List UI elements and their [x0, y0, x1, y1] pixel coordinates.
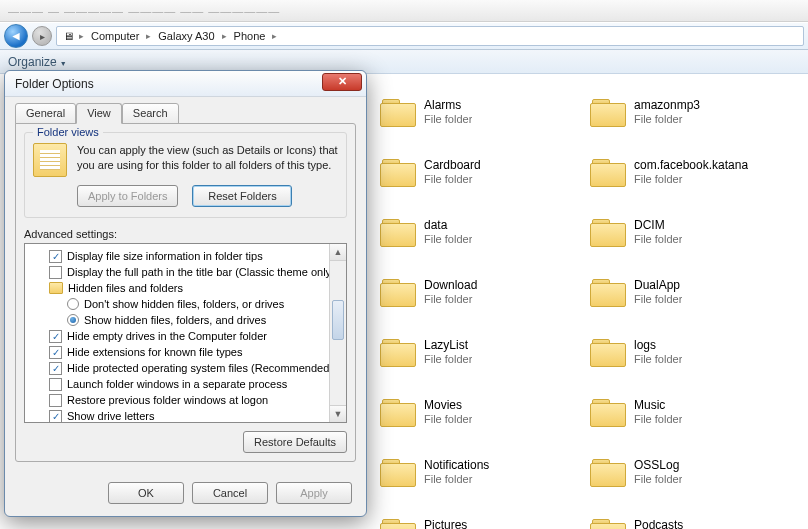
tab-search[interactable]: Search [122, 103, 179, 124]
folder-type: File folder [424, 173, 481, 187]
advanced-settings-tree[interactable]: ✓Display file size information in folder… [24, 243, 347, 423]
tab-general[interactable]: General [15, 103, 76, 124]
dialog-titlebar[interactable]: Folder Options ✕ [5, 71, 366, 97]
tree-item[interactable]: Don't show hidden files, folders, or dri… [67, 296, 344, 312]
folder-item[interactable]: AlarmsFile folder [380, 94, 580, 130]
checkbox-icon[interactable] [49, 394, 62, 407]
breadcrumb-item[interactable]: Phone [232, 30, 268, 42]
tree-item-label: Hide extensions for known file types [67, 346, 242, 358]
address-bar: ◄ ▸ 🖥 ▸ Computer ▸ Galaxy A30 ▸ Phone ▸ [0, 22, 808, 50]
folder-type: File folder [424, 473, 489, 487]
tree-item[interactable]: ✓Display file size information in folder… [49, 248, 344, 264]
close-button[interactable]: ✕ [322, 73, 362, 91]
folder-item[interactable]: amazonmp3File folder [590, 94, 790, 130]
tree-item[interactable]: Launch folder windows in a separate proc… [49, 376, 344, 392]
nav-forward-button[interactable]: ▸ [32, 26, 52, 46]
checkbox-icon[interactable] [49, 378, 62, 391]
breadcrumb-item[interactable]: Galaxy A30 [156, 30, 216, 42]
checkbox-icon[interactable] [49, 266, 62, 279]
breadcrumb[interactable]: 🖥 ▸ Computer ▸ Galaxy A30 ▸ Phone ▸ [56, 26, 804, 46]
folder-icon [380, 457, 416, 487]
scrollbar[interactable]: ▲ ▼ [329, 244, 346, 422]
folder-item[interactable]: CardboardFile folder [380, 154, 580, 190]
tree-item[interactable]: ✓Show drive letters [49, 408, 344, 423]
tree-item[interactable]: ✓Hide extensions for known file types [49, 344, 344, 360]
organize-menu[interactable]: Organize▼ [8, 55, 67, 69]
tree-item-label: Hidden files and folders [68, 282, 183, 294]
tree-item-label: Hide protected operating system files (R… [67, 362, 333, 374]
checkbox-icon[interactable]: ✓ [49, 346, 62, 359]
folder-type: File folder [424, 233, 472, 247]
scroll-up-icon[interactable]: ▲ [330, 244, 346, 261]
checkbox-icon[interactable]: ✓ [49, 362, 62, 375]
folder-item[interactable]: PodcastsFile folder [590, 514, 790, 529]
folder-item[interactable]: logsFile folder [590, 334, 790, 370]
folder-icon [380, 277, 416, 307]
tree-item-label: Launch folder windows in a separate proc… [67, 378, 287, 390]
restore-defaults-button[interactable]: Restore Defaults [243, 431, 347, 453]
folder-item[interactable]: DCIMFile folder [590, 214, 790, 250]
folder-item[interactable]: NotificationsFile folder [380, 454, 580, 490]
folder-type: File folder [634, 113, 700, 127]
folder-type: File folder [634, 233, 682, 247]
apply-button[interactable]: Apply [276, 482, 352, 504]
folder-icon [380, 397, 416, 427]
folder-icon [590, 397, 626, 427]
folder-item[interactable]: DualAppFile folder [590, 274, 790, 310]
toolbar-blur: ——— — ————— ———— —— —————— [8, 5, 280, 17]
folder-icon [590, 337, 626, 367]
folder-icon [590, 517, 626, 529]
folder-name: Movies [424, 398, 472, 413]
tree-item-label: Display the full path in the title bar (… [67, 266, 335, 278]
folder-item[interactable]: PicturesFile folder [380, 514, 580, 529]
folder-name: Pictures [424, 518, 472, 529]
folder-type: File folder [634, 293, 682, 307]
tree-item[interactable]: Hidden files and folders [49, 280, 344, 296]
folder-icon [49, 282, 63, 294]
reset-folders-button[interactable]: Reset Folders [192, 185, 292, 207]
tree-item[interactable]: Display the full path in the title bar (… [49, 264, 344, 280]
checkbox-icon[interactable]: ✓ [49, 330, 62, 343]
folder-name: logs [634, 338, 682, 353]
folder-name: Alarms [424, 98, 472, 113]
folder-item[interactable]: MoviesFile folder [380, 394, 580, 430]
breadcrumb-item[interactable]: Computer [89, 30, 141, 42]
folder-type: File folder [424, 413, 472, 427]
tree-item[interactable]: Show hidden files, folders, and drives [67, 312, 344, 328]
folder-item[interactable]: DownloadFile folder [380, 274, 580, 310]
tree-item-label: Show drive letters [67, 410, 154, 422]
tree-item[interactable]: ✓Hide protected operating system files (… [49, 360, 344, 376]
checkbox-icon[interactable]: ✓ [49, 250, 62, 263]
folder-views-group: Folder views You can apply the view (suc… [24, 132, 347, 218]
folder-type: File folder [634, 413, 682, 427]
folder-options-dialog: Folder Options ✕ General View Search Fol… [4, 70, 367, 517]
radio-icon[interactable] [67, 298, 79, 310]
folder-item[interactable]: MusicFile folder [590, 394, 790, 430]
folder-type: File folder [424, 113, 472, 127]
scroll-down-icon[interactable]: ▼ [330, 405, 346, 422]
tree-item-label: Don't show hidden files, folders, or dri… [84, 298, 284, 310]
folder-name: Music [634, 398, 682, 413]
tree-item[interactable]: ✓Hide empty drives in the Computer folde… [49, 328, 344, 344]
folder-views-legend: Folder views [33, 126, 103, 138]
scroll-thumb[interactable] [332, 300, 344, 340]
folder-item[interactable]: OSSLogFile folder [590, 454, 790, 490]
tab-view[interactable]: View [76, 103, 122, 124]
folder-name: LazyList [424, 338, 472, 353]
apply-to-folders-button[interactable]: Apply to Folders [77, 185, 178, 207]
folder-icon [380, 517, 416, 529]
folder-type: File folder [424, 293, 477, 307]
tree-item[interactable]: Restore previous folder windows at logon [49, 392, 344, 408]
tree-item-label: Restore previous folder windows at logon [67, 394, 268, 406]
cancel-button[interactable]: Cancel [192, 482, 268, 504]
ok-button[interactable]: OK [108, 482, 184, 504]
folder-icon [380, 217, 416, 247]
tree-item-label: Show hidden files, folders, and drives [84, 314, 266, 326]
checkbox-icon[interactable]: ✓ [49, 410, 62, 423]
folder-item[interactable]: LazyListFile folder [380, 334, 580, 370]
folder-item[interactable]: dataFile folder [380, 214, 580, 250]
folder-name: Cardboard [424, 158, 481, 173]
radio-icon[interactable] [67, 314, 79, 326]
folder-item[interactable]: com.facebook.katanaFile folder [590, 154, 790, 190]
nav-back-button[interactable]: ◄ [4, 24, 28, 48]
